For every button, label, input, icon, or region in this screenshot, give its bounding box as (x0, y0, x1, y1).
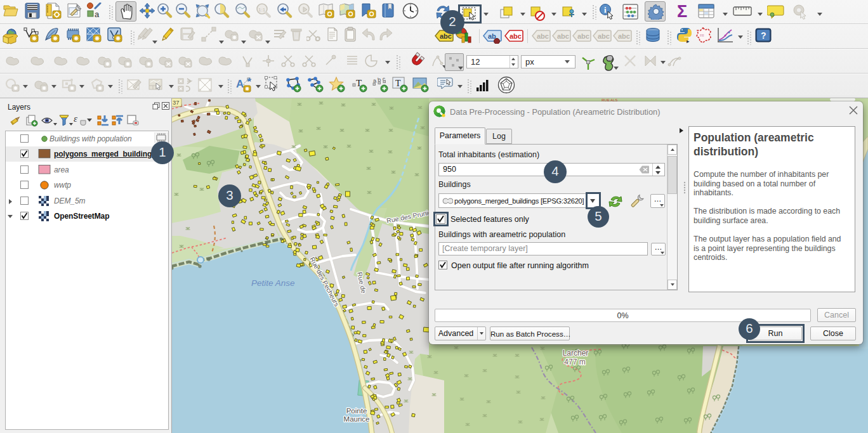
svg-text:FR: FR (700, 34, 704, 37)
svg-text:abc: abc (510, 32, 522, 40)
svg-text:Maurice: Maurice (344, 415, 370, 423)
svg-text:T: T (395, 79, 401, 88)
svg-text:abc: abc (577, 32, 589, 40)
svg-text:Petite Anse: Petite Anse (251, 278, 295, 288)
svg-text:1:1: 1:1 (258, 7, 266, 13)
svg-text:a: a (95, 10, 100, 19)
svg-text:abc: abc (618, 32, 630, 40)
svg-text:abc: abc (557, 32, 569, 40)
svg-text:Larcher: Larcher (563, 349, 589, 358)
svg-text:Pointe: Pointe (346, 407, 367, 415)
svg-text:i: i (604, 5, 607, 15)
svg-text:abc: abc (537, 32, 549, 40)
svg-text:?: ? (761, 30, 766, 41)
svg-text:477 m: 477 m (564, 358, 585, 366)
svg-text:37: 37 (173, 99, 180, 106)
svg-text:abc: abc (598, 32, 610, 40)
svg-text:A: A (236, 78, 244, 90)
